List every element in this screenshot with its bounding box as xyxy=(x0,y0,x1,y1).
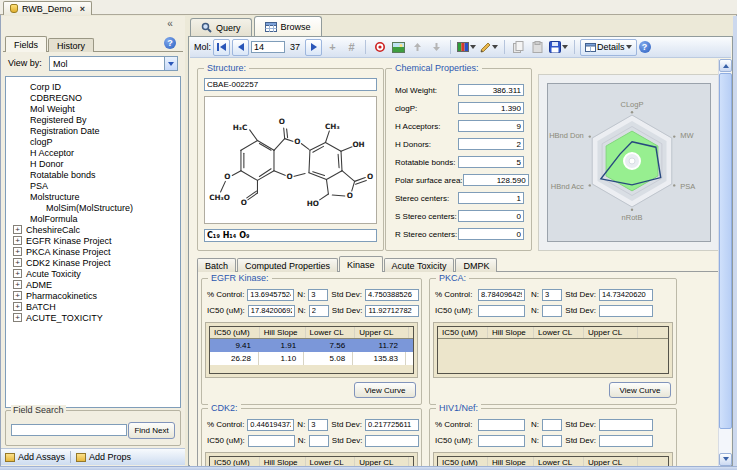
ic50-input[interactable] xyxy=(478,305,525,317)
n-input[interactable] xyxy=(308,419,328,431)
next-record-button[interactable] xyxy=(305,39,322,56)
vertical-scrollbar[interactable] xyxy=(718,59,731,466)
std-dev-input[interactable] xyxy=(365,435,419,447)
tree-item-adme[interactable]: +ADME xyxy=(6,279,180,290)
copy-view-button[interactable] xyxy=(510,39,527,56)
tree-item-h-donor[interactable]: H Donor xyxy=(6,158,180,169)
tab-history[interactable]: History xyxy=(48,38,94,52)
close-icon[interactable]: × xyxy=(80,4,85,14)
chem-prop-value[interactable] xyxy=(458,120,524,132)
save-button[interactable] xyxy=(548,39,569,56)
assay-tab-computed-properties[interactable]: Computed Properties xyxy=(237,258,338,272)
tree-item-psa[interactable]: PSA xyxy=(6,180,180,191)
scroll-thumb[interactable] xyxy=(719,73,732,429)
scroll-down-button[interactable] xyxy=(719,453,732,466)
tree-item-rotatable-bonds[interactable]: Rotatable bonds xyxy=(6,169,180,180)
tree-item-mol-weight[interactable]: Mol Weight xyxy=(6,103,180,114)
tree-item-pharmacokinetics[interactable]: +Pharmacokinetics xyxy=(6,290,180,301)
chem-prop-value[interactable] xyxy=(458,192,524,204)
tree-item-molstructure[interactable]: Molstructure xyxy=(6,191,180,202)
previous-record-button[interactable] xyxy=(232,39,249,56)
tab-browse[interactable]: Browse xyxy=(254,16,322,36)
goto-record-button[interactable]: # xyxy=(343,39,360,56)
add-props-button[interactable]: Add Props xyxy=(76,452,131,462)
first-record-button[interactable] xyxy=(213,39,230,56)
view-curve-button[interactable]: View Curve xyxy=(609,382,671,398)
tree-item-h-acceptor[interactable]: H Acceptor xyxy=(6,147,180,158)
document-tab-rwb-demo[interactable]: RWB_Demo × xyxy=(3,1,92,15)
expander-icon[interactable]: + xyxy=(13,236,22,245)
tree-item-corp-id[interactable]: Corp ID xyxy=(6,81,180,92)
n-input[interactable] xyxy=(309,305,329,317)
expander-icon[interactable]: + xyxy=(13,225,22,234)
chem-prop-value[interactable] xyxy=(458,210,524,222)
expander-icon[interactable]: + xyxy=(13,269,22,278)
expander-icon[interactable]: + xyxy=(13,258,22,267)
tree-item-clogp[interactable]: clogP xyxy=(6,136,180,147)
tree-item-registered-by[interactable]: Registered By xyxy=(6,114,180,125)
tree-item-pkca-kinase-project[interactable]: +PKCA Kinase Project xyxy=(6,246,180,257)
tree-item-cheshirecalc[interactable]: +CheshireCalc xyxy=(6,224,180,235)
n-input[interactable] xyxy=(542,419,562,431)
std-dev-input[interactable] xyxy=(365,289,419,301)
color-settings-button[interactable] xyxy=(456,39,477,56)
tree-item-cdk2-kinase-project[interactable]: +CDK2 Kinase Project xyxy=(6,257,180,268)
ic50-input[interactable] xyxy=(478,435,525,447)
chem-prop-value[interactable] xyxy=(458,84,524,96)
chevron-down-icon[interactable] xyxy=(164,57,177,70)
help-icon[interactable]: ? xyxy=(639,41,651,53)
tree-item-registration-date[interactable]: Registration Date xyxy=(6,125,180,136)
sort-ascending-button[interactable] xyxy=(409,39,426,56)
details-button[interactable]: Details xyxy=(580,39,637,56)
draw-tool-button[interactable] xyxy=(479,39,499,56)
field-search-input[interactable] xyxy=(11,424,127,436)
n-input[interactable] xyxy=(542,435,562,447)
show-structure-button[interactable] xyxy=(390,39,407,56)
tree-item-cdbregno[interactable]: CDBREGNO xyxy=(6,92,180,103)
std-dev-input[interactable] xyxy=(365,305,419,317)
add-assays-button[interactable]: Add Assays xyxy=(5,452,65,462)
assay-tab-batch[interactable]: Batch xyxy=(197,258,236,272)
expander-icon[interactable]: + xyxy=(13,291,22,300)
tab-query[interactable]: Query xyxy=(190,18,252,36)
tree-item-batch[interactable]: +BATCH xyxy=(6,301,180,312)
tree-item-molsim-molstructure[interactable]: MolSim(MolStructure) xyxy=(6,202,180,213)
pct-control-input[interactable] xyxy=(247,419,294,431)
find-next-button[interactable]: Find Next xyxy=(128,422,175,439)
ic50-input[interactable] xyxy=(248,435,295,447)
chem-prop-value[interactable] xyxy=(458,228,524,240)
table-row[interactable]: 26.281.105.08135.83 xyxy=(210,352,413,365)
tree-item-egfr-kinase-project[interactable]: +EGFR Kinase Project xyxy=(6,235,180,246)
view-curve-button[interactable]: View Curve xyxy=(354,382,416,398)
assay-tab-acute-toxicity[interactable]: Acute Toxicity xyxy=(384,258,455,272)
chem-prop-value[interactable] xyxy=(458,102,524,114)
assay-tab-kinase[interactable]: Kinase xyxy=(339,256,383,272)
assay-tab-dmpk[interactable]: DMPK xyxy=(455,258,497,272)
std-dev-input[interactable] xyxy=(599,289,653,301)
chem-prop-value[interactable] xyxy=(458,138,524,150)
add-record-button[interactable]: + xyxy=(324,39,341,56)
std-dev-input[interactable] xyxy=(599,419,653,431)
chem-prop-value[interactable] xyxy=(458,156,524,168)
std-dev-input[interactable] xyxy=(599,305,653,317)
n-input[interactable] xyxy=(308,289,328,301)
pct-control-input[interactable] xyxy=(478,419,525,431)
paste-view-button[interactable] xyxy=(529,39,546,56)
n-input[interactable] xyxy=(542,305,562,317)
std-dev-input[interactable] xyxy=(365,419,419,431)
n-input[interactable] xyxy=(309,435,329,447)
pct-control-input[interactable] xyxy=(247,289,294,301)
tree-item-acute-toxicity[interactable]: +ACUTE_TOXICITY xyxy=(6,312,180,323)
tree-item-acute-toxicity[interactable]: +Acute Toxicity xyxy=(6,268,180,279)
current-record-input[interactable] xyxy=(251,41,285,53)
expander-icon[interactable]: + xyxy=(13,302,22,311)
tab-fields[interactable]: Fields xyxy=(5,36,47,52)
expander-icon[interactable]: + xyxy=(13,280,22,289)
pct-control-input[interactable] xyxy=(478,289,525,301)
ic50-input[interactable] xyxy=(248,305,295,317)
view-by-select[interactable]: Mol xyxy=(49,56,178,71)
chem-prop-value[interactable] xyxy=(463,174,529,186)
table-row[interactable]: 9.411.917.5611.72 xyxy=(210,339,413,352)
expander-icon[interactable]: + xyxy=(13,313,22,322)
molecular-formula-input[interactable] xyxy=(204,229,377,242)
